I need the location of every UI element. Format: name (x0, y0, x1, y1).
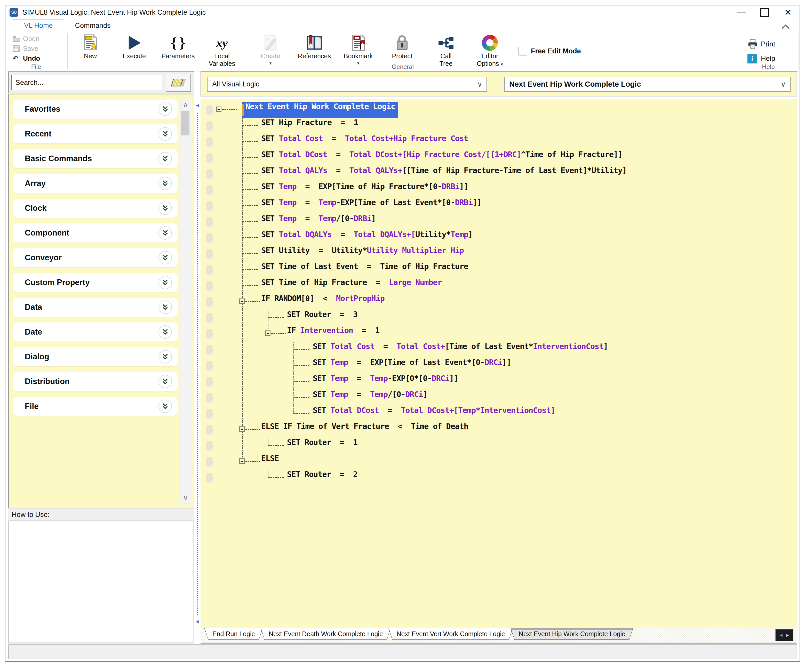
code-line[interactable]: SET Time of Hip Fracture = Large Number (200, 278, 797, 294)
code-line[interactable]: SET Time of Last Event = Time of Hip Fra… (200, 262, 797, 278)
sheet-tab-end-run-logic[interactable]: End Run Logic (204, 628, 263, 640)
sheet-tab-next-event-death-work-complete-logic[interactable]: Next Event Death Work Complete Logic (260, 628, 391, 640)
scroll-tabs-left-icon[interactable]: ◄ (779, 632, 784, 638)
code-text[interactable]: IF Intervention = 1 (287, 326, 380, 342)
code-line[interactable]: SET Hip Fracture = 1 (200, 118, 797, 134)
execute-button[interactable]: Execute (112, 33, 156, 60)
code-text[interactable]: SET Router = 1 (287, 438, 358, 454)
category-item-basic-commands[interactable]: Basic Commands (13, 149, 177, 168)
code-text[interactable]: ELSE (261, 454, 279, 470)
sheet-tab-scroller[interactable]: ◄ ► (775, 629, 794, 641)
splitter-collapse-icon[interactable]: ◄ (195, 619, 200, 624)
code-line[interactable]: Next Event Hip Work Complete Logic (200, 102, 797, 118)
tab-commands[interactable]: Commands (64, 20, 122, 32)
undo-button[interactable]: ↶ Undo (13, 53, 67, 63)
code-text[interactable]: SET Utility = Utility*Utility Multiplier… (261, 246, 464, 262)
collapse-box-icon[interactable] (216, 107, 222, 112)
logic-name-dropdown[interactable]: Next Event Hip Work Complete Logic ∨ (504, 77, 790, 92)
clear-search-button[interactable] (166, 74, 191, 92)
sheet-tab-next-event-hip-work-complete-logic[interactable]: Next Event Hip Work Complete Logic (511, 628, 633, 640)
collapse-box-icon[interactable] (239, 458, 245, 464)
bookmark-button[interactable]: Bookmark ▾ (336, 33, 380, 66)
references-button[interactable]: References (292, 33, 336, 60)
code-text[interactable]: IF RANDOM[0] < MortPropHip (261, 294, 384, 310)
tab-vl-home[interactable]: VL Home (13, 19, 64, 32)
code-text[interactable]: SET Total DCost = Total DCost+[Temp*Inte… (313, 406, 555, 422)
code-line[interactable]: SET Total DCost = Total DCost+[Hip Fract… (200, 150, 797, 166)
code-text[interactable]: SET Time of Hip Fracture = Large Number (261, 278, 442, 294)
category-item-array[interactable]: Array (13, 174, 177, 193)
category-item-distribution[interactable]: Distribution (13, 372, 177, 391)
code-text[interactable]: SET Temp = EXP[Time of Hip Fracture*[0-D… (261, 182, 468, 198)
code-text[interactable]: SET Time of Last Event = Time of Hip Fra… (261, 262, 468, 278)
code-text[interactable]: SET Router = 2 (287, 470, 358, 486)
logic-filter-dropdown[interactable]: All Visual Logic ∨ (207, 77, 487, 92)
category-item-dialog[interactable]: Dialog (13, 347, 177, 366)
code-line[interactable]: SET Temp = Temp-EXP[Time of Last Event*[… (200, 198, 797, 214)
code-text[interactable]: SET Total QALYs = Total QALYs+[[Time of … (261, 166, 627, 182)
code-tree[interactable]: Next Event Hip Work Complete LogicSET Hi… (200, 99, 797, 628)
expand-category-icon[interactable] (158, 202, 172, 215)
code-line[interactable]: SET Total DCost = Total DCost+[Temp*Inte… (200, 406, 797, 422)
protect-button[interactable]: Protect (380, 33, 424, 60)
code-line[interactable]: ELSE IF Time of Vert Fracture < Time of … (200, 422, 797, 438)
free-edit-mode-toggle[interactable]: Free Edit Mode (519, 47, 581, 56)
expand-category-icon[interactable] (158, 251, 172, 264)
code-line[interactable]: IF Intervention = 1 (200, 326, 797, 342)
code-text-selected[interactable]: Next Event Hip Work Complete Logic (242, 102, 398, 118)
category-item-clock[interactable]: Clock (13, 198, 177, 218)
category-item-conveyor[interactable]: Conveyor (13, 248, 177, 267)
maximize-button[interactable] (753, 5, 776, 19)
category-item-file[interactable]: File (13, 397, 177, 416)
code-line[interactable]: SET Router = 1 (200, 438, 797, 454)
expand-category-icon[interactable] (158, 177, 172, 190)
code-text[interactable]: SET Total DQALYs = Total DQALYs+[Utility… (261, 230, 473, 246)
scroll-down-icon[interactable]: ∨ (181, 492, 191, 503)
code-line[interactable]: IF RANDOM[0] < MortPropHip (200, 294, 797, 310)
local-variables-button[interactable]: xy Local Variables (200, 33, 244, 67)
parameters-button[interactable]: { } Parameters (156, 33, 200, 60)
code-line[interactable]: SET Temp = Temp-EXP[0*[0-DRCi]] (200, 374, 797, 390)
code-text[interactable]: SET Temp = Temp-EXP[Time of Last Event*[… (261, 198, 481, 214)
code-text[interactable]: SET Temp = Temp-EXP[0*[0-DRCi]] (313, 374, 458, 390)
free-edit-mode-checkbox[interactable] (519, 47, 527, 56)
code-line[interactable]: SET Total DQALYs = Total DQALYs+[Utility… (200, 230, 797, 246)
expand-category-icon[interactable] (158, 102, 172, 116)
collapse-box-icon[interactable] (239, 426, 245, 432)
expand-category-icon[interactable] (158, 350, 172, 364)
expand-category-icon[interactable] (158, 400, 172, 413)
code-text[interactable]: SET Hip Fracture = 1 (261, 118, 358, 134)
code-line[interactable]: SET Temp = Temp/[0-DRBi] (200, 214, 797, 230)
code-line[interactable]: SET Total Cost = Total Cost+Hip Fracture… (200, 134, 797, 150)
minimize-button[interactable] (730, 5, 753, 19)
sidebar-scrollbar[interactable]: ∧ ∨ (180, 98, 191, 504)
code-line[interactable]: SET Temp = EXP[Time of Last Event*[0-DRC… (200, 358, 797, 374)
splitter-collapse-icon[interactable]: ◄ (195, 102, 200, 108)
category-item-data[interactable]: Data (13, 298, 177, 317)
expand-category-icon[interactable] (158, 375, 172, 388)
collapse-ribbon-button[interactable] (781, 24, 790, 30)
search-input[interactable] (12, 75, 163, 90)
category-item-date[interactable]: Date (13, 323, 177, 341)
code-line[interactable]: SET Router = 2 (200, 470, 797, 486)
expand-category-icon[interactable] (158, 300, 172, 314)
code-text[interactable]: SET Total Cost = Total Cost+[Time of Las… (313, 342, 608, 358)
sheet-tab-next-event-vert-work-complete-logic[interactable]: Next Event Vert Work Complete Logic (388, 628, 513, 640)
code-text[interactable]: ELSE IF Time of Vert Fracture < Time of … (261, 422, 468, 438)
code-text[interactable]: SET Temp = Temp/[0-DRCi] (313, 390, 427, 406)
code-line[interactable]: SET Utility = Utility*Utility Multiplier… (200, 246, 797, 262)
code-text[interactable]: SET Total Cost = Total Cost+Hip Fracture… (261, 134, 468, 150)
category-item-custom-property[interactable]: Custom Property (13, 273, 177, 292)
code-line[interactable]: ELSE (200, 454, 797, 470)
expand-category-icon[interactable] (158, 276, 172, 289)
scrollbar-thumb[interactable] (181, 111, 189, 135)
code-line[interactable]: SET Temp = EXP[Time of Hip Fracture*[0-D… (200, 182, 797, 198)
code-text[interactable]: SET Temp = Temp/[0-DRBi] (261, 214, 376, 230)
category-item-favorites[interactable]: Favorites (13, 100, 177, 119)
category-item-component[interactable]: Component (13, 223, 177, 243)
code-text[interactable]: SET Total DCost = Total DCost+[Hip Fract… (261, 150, 622, 166)
expand-category-icon[interactable] (158, 152, 172, 166)
code-line[interactable]: SET Router = 3 (200, 310, 797, 326)
code-line[interactable]: SET Total Cost = Total Cost+[Time of Las… (200, 342, 797, 358)
editor-options-button[interactable]: Editor Options ▾ (468, 33, 512, 68)
